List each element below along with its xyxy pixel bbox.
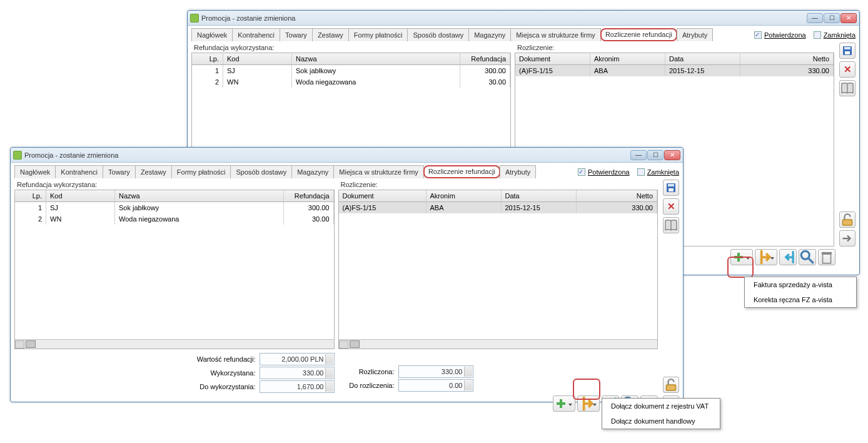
tab-naglowek[interactable]: Nagłówek bbox=[14, 165, 56, 178]
col-data[interactable]: Data bbox=[665, 53, 740, 64]
detach-button[interactable] bbox=[779, 249, 797, 265]
titlebar[interactable]: Promocja - zostanie zmieniona — ☐ ✕ bbox=[11, 148, 683, 163]
book-button[interactable] bbox=[663, 217, 679, 233]
svg-rect-11 bbox=[557, 402, 565, 405]
section-right-label: Rozliczenie: bbox=[515, 43, 834, 53]
tab-naglowek[interactable]: Nagłówek bbox=[191, 28, 233, 41]
label-potwierdzona: Potwierdzona bbox=[588, 168, 630, 176]
tab-miejsca[interactable]: Miejsca w strukturze firmy bbox=[333, 165, 424, 178]
svg-rect-3 bbox=[843, 220, 852, 225]
col-netto[interactable]: Netto bbox=[740, 53, 834, 64]
tab-atrybuty[interactable]: Atrybuty bbox=[500, 165, 536, 178]
tab-towary[interactable]: Towary bbox=[280, 28, 313, 41]
tabs: Nagłówek Kontrahenci Towary Zestawy Form… bbox=[14, 165, 535, 178]
minimize-button[interactable]: — bbox=[630, 150, 647, 160]
col-nazwa[interactable]: Nazwa bbox=[292, 53, 460, 64]
col-dokument[interactable]: Dokument bbox=[339, 190, 426, 201]
col-netto[interactable]: Netto bbox=[577, 190, 658, 201]
label-do-wyk: Do wykorzystania: bbox=[199, 383, 255, 390]
col-nazwa[interactable]: Nazwa bbox=[115, 190, 284, 201]
bracket-in-icon bbox=[758, 248, 777, 267]
arrow-button[interactable] bbox=[839, 230, 855, 247]
svg-rect-18 bbox=[669, 188, 674, 191]
tab-kontrahenci[interactable]: Kontrahenci bbox=[55, 165, 103, 178]
col-refundacja[interactable]: Refundacja bbox=[460, 53, 510, 64]
col-dokument[interactable]: Dokument bbox=[515, 53, 590, 64]
add-split-button[interactable] bbox=[730, 249, 753, 265]
attach-split-button[interactable] bbox=[577, 395, 600, 412]
scrollbar-h[interactable] bbox=[339, 339, 658, 349]
tab-magazyny[interactable]: Magazyny bbox=[468, 28, 511, 41]
bracket-in-icon bbox=[580, 394, 599, 413]
popup-menu-back: Faktura sprzedaży a-vista Korekta ręczna… bbox=[744, 277, 857, 308]
tabs: Nagłówek Kontrahenci Towary Zestawy Form… bbox=[191, 28, 712, 41]
menu-item-korekta[interactable]: Korekta ręczna FZ a-vista bbox=[745, 292, 856, 307]
menu-item-faktura[interactable]: Faktura sprzedaży a-vista bbox=[745, 277, 856, 292]
table-row[interactable]: 2 WN Woda niegazowana 30.00 bbox=[15, 213, 334, 225]
cancel-button[interactable]: ✕ bbox=[663, 198, 679, 215]
save-button[interactable] bbox=[663, 180, 679, 196]
table-row[interactable]: (A)FS-1/15 ABA 2015-12-15 330.00 bbox=[515, 65, 834, 76]
save-button[interactable] bbox=[839, 43, 855, 59]
tab-kontrahenci[interactable]: Kontrahenci bbox=[232, 28, 280, 41]
tab-atrybuty[interactable]: Atrybuty bbox=[677, 28, 713, 41]
input-rozl[interactable] bbox=[398, 365, 473, 378]
checkbox-zamknieta[interactable] bbox=[814, 31, 821, 39]
unlock-icon bbox=[840, 212, 855, 227]
arrow-right-icon bbox=[840, 231, 855, 246]
tab-rozliczenie[interactable]: Rozliczenie refundacji bbox=[600, 28, 677, 41]
col-data[interactable]: Data bbox=[502, 190, 577, 201]
attach-split-button[interactable] bbox=[755, 249, 777, 265]
lock-button[interactable] bbox=[663, 377, 679, 393]
checkbox-potwierdzona[interactable] bbox=[754, 31, 762, 39]
tab-miejsca[interactable]: Miejsca w strukturze firmy bbox=[510, 28, 601, 41]
tab-zestawy[interactable]: Zestawy bbox=[312, 28, 349, 41]
cancel-button[interactable]: ✕ bbox=[839, 61, 855, 78]
col-kod[interactable]: Kod bbox=[223, 53, 292, 64]
popup-menu-front: Dołącz dokument z rejestru VAT Dołącz do… bbox=[602, 398, 720, 429]
maximize-button[interactable]: ☐ bbox=[647, 150, 664, 160]
close-button[interactable]: ✕ bbox=[664, 150, 680, 160]
input-wyk[interactable] bbox=[260, 367, 335, 379]
search-button[interactable] bbox=[799, 249, 816, 265]
tab-magazyny[interactable]: Magazyny bbox=[291, 165, 334, 178]
book-button[interactable] bbox=[839, 80, 855, 96]
checkbox-potwierdzona[interactable] bbox=[578, 168, 585, 176]
col-kod[interactable]: Kod bbox=[46, 190, 115, 201]
menu-item-handlowy[interactable]: Dołącz dokument handlowy bbox=[602, 414, 720, 429]
scrollbar-h[interactable] bbox=[15, 339, 334, 349]
col-akronim[interactable]: Akronim bbox=[590, 53, 665, 64]
table-row[interactable]: (A)FS-1/15 ABA 2015-12-15 330.00 bbox=[339, 202, 658, 213]
tab-towary[interactable]: Towary bbox=[103, 165, 136, 178]
tab-formy[interactable]: Formy płatności bbox=[171, 165, 231, 178]
tab-formy[interactable]: Formy płatności bbox=[348, 28, 408, 41]
tab-dostawa[interactable]: Sposób dostawy bbox=[230, 165, 292, 178]
checkbox-zamknieta[interactable] bbox=[637, 168, 645, 176]
minimize-button[interactable]: — bbox=[807, 13, 823, 23]
label-rozl: Rozliczona: bbox=[338, 368, 395, 375]
lock-button[interactable] bbox=[839, 211, 855, 228]
bracket-out-icon bbox=[780, 249, 796, 265]
titlebar[interactable]: Promocja - zostanie zmieniona — ☐ ✕ bbox=[188, 11, 859, 26]
magnifier-icon bbox=[799, 249, 815, 265]
tab-rozliczenie[interactable]: Rozliczenie refundacji bbox=[423, 165, 500, 178]
input-do-rozl[interactable] bbox=[398, 379, 473, 392]
input-wartosc[interactable] bbox=[260, 353, 335, 365]
input-do-wyk[interactable] bbox=[260, 380, 335, 393]
window-front: Promocja - zostanie zmieniona — ☐ ✕ Nagł… bbox=[10, 147, 684, 402]
delete-button[interactable] bbox=[818, 249, 835, 265]
table-row[interactable]: 1 SJ Sok jabłkowy 300.00 bbox=[192, 65, 510, 76]
table-row[interactable]: 1 SJ Sok jabłkowy 300.00 bbox=[15, 202, 334, 213]
close-button[interactable]: ✕ bbox=[840, 13, 857, 23]
table-row[interactable]: 2 WN Woda niegazowana 30.00 bbox=[192, 76, 510, 88]
maximize-button[interactable]: ☐ bbox=[824, 13, 840, 23]
tab-zestawy[interactable]: Zestawy bbox=[135, 165, 172, 178]
col-refundacja[interactable]: Refundacja bbox=[284, 190, 334, 201]
trash-icon bbox=[819, 249, 835, 265]
col-lp[interactable]: Lp. bbox=[192, 53, 223, 64]
add-split-button[interactable] bbox=[553, 395, 575, 412]
menu-item-vat[interactable]: Dołącz dokument z rejestru VAT bbox=[602, 399, 720, 414]
col-lp[interactable]: Lp. bbox=[15, 190, 46, 201]
col-akronim[interactable]: Akronim bbox=[426, 190, 502, 201]
tab-dostawa[interactable]: Sposób dostawy bbox=[407, 28, 469, 41]
